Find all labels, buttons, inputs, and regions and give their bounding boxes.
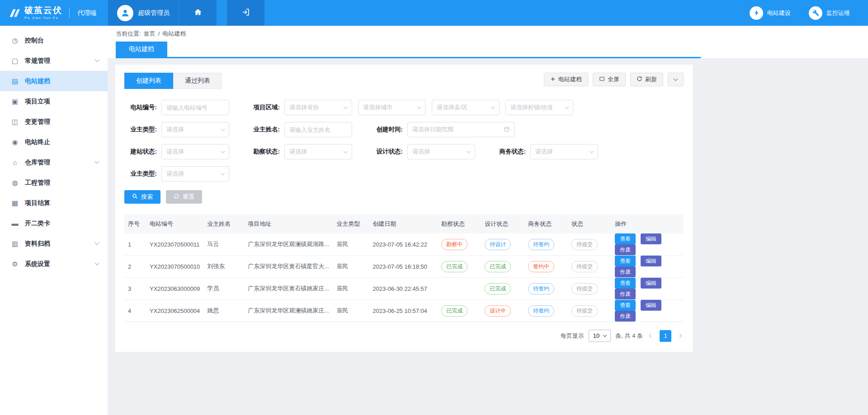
- home-button[interactable]: [179, 0, 217, 26]
- next-page-button[interactable]: [676, 334, 684, 337]
- nav-station-construction[interactable]: 电站建设: [750, 0, 791, 26]
- cell-seq: 1: [124, 233, 146, 256]
- cell-status: 待提交: [568, 233, 611, 256]
- edit-button[interactable]: 编辑: [641, 300, 661, 311]
- cell-created: 2023-06-25 10:57:04: [369, 300, 438, 322]
- breadcrumb-home[interactable]: 首页: [144, 30, 156, 38]
- per-page-value: 10: [593, 332, 599, 339]
- view-button[interactable]: 查看: [615, 233, 636, 244]
- owner-type-select[interactable]: 请选择: [161, 122, 229, 137]
- sidebar-item-station-termination[interactable]: ◉ 电站终止: [0, 132, 108, 152]
- filter-label: 商务状态:: [493, 148, 526, 156]
- page-1-button[interactable]: 1: [660, 330, 671, 342]
- search-button[interactable]: 搜索: [124, 190, 160, 204]
- edit-button[interactable]: 编辑: [641, 233, 661, 244]
- col-type: 业主类型: [333, 214, 369, 233]
- province-select[interactable]: 请选择省份: [284, 100, 352, 115]
- logout-button[interactable]: [226, 0, 264, 26]
- cell-status: 待提交: [568, 256, 611, 278]
- sidebar-item-project-settlement[interactable]: ▦ 项目结算: [0, 193, 108, 213]
- page-tab-strip: 电站建档: [108, 42, 868, 58]
- total-count-label: 条, 共 4 条: [615, 332, 643, 340]
- chevron-down-icon: [565, 104, 569, 109]
- cell-actions: 查看 编辑 作废: [611, 233, 684, 256]
- breadcrumb-separator: /: [158, 30, 160, 37]
- view-button[interactable]: 查看: [615, 300, 636, 311]
- design-status-select[interactable]: 请选择: [407, 144, 475, 159]
- chevron-down-icon: [491, 104, 495, 109]
- select-placeholder: 请选择: [412, 148, 430, 156]
- sidebar-item-station-filing[interactable]: ▤ 电站建档: [0, 71, 108, 91]
- sidebar-item-engineering-management[interactable]: ◍ 工程管理: [0, 173, 108, 193]
- view-button[interactable]: 查看: [615, 256, 636, 266]
- monitor-icon: ▢: [11, 57, 19, 65]
- sidebar-item-label: 系统设置: [25, 260, 90, 268]
- nav-monitor-operations[interactable]: 监控运维: [809, 0, 850, 26]
- chevron-down-icon: [344, 104, 348, 109]
- page-tab-station-filing[interactable]: 电站建档: [116, 42, 167, 57]
- breadcrumb: 当前位置: 首页 / 电站建档: [108, 26, 868, 42]
- sidebar-item-archive[interactable]: ▥ 资料归档: [0, 233, 108, 254]
- cell-survey: 已完成: [438, 256, 481, 278]
- reset-button[interactable]: 重置: [166, 190, 202, 204]
- filter-label: 创建时间:: [370, 126, 403, 134]
- tab-create-list[interactable]: 创建列表: [124, 73, 173, 89]
- cell-actions: 查看 编辑 作废: [611, 256, 684, 278]
- nav-label: 电站建设: [767, 9, 791, 17]
- sidebar-item-general-management[interactable]: ▢ 常规管理: [0, 51, 108, 71]
- sidebar-item-system-settings[interactable]: ⚙ 系统设置: [0, 254, 108, 274]
- refresh-button[interactable]: 刷新: [630, 73, 663, 86]
- warehouse-icon: ⌂: [11, 159, 19, 166]
- town-select[interactable]: 请选择村镇/街道: [505, 100, 573, 115]
- create-station-button[interactable]: 电站建档: [544, 73, 588, 86]
- date-range-picker[interactable]: 请选择日期范围: [407, 122, 515, 137]
- fullscreen-icon: [599, 76, 605, 83]
- city-select[interactable]: 请选择城市: [358, 100, 426, 115]
- per-page-select[interactable]: 10: [589, 330, 611, 342]
- business-status-select[interactable]: 请选择: [530, 144, 598, 159]
- sidebar-item-label: 项目结算: [25, 199, 99, 207]
- tab-passed-list[interactable]: 通过列表: [173, 73, 222, 89]
- void-button[interactable]: 作废: [615, 266, 636, 277]
- button-label: 搜索: [141, 193, 153, 201]
- survey-status-select[interactable]: 请选择: [284, 144, 352, 159]
- filter-owner-name: 业主姓名:: [247, 122, 352, 137]
- edit-button[interactable]: 编辑: [641, 256, 661, 266]
- filter-survey-status: 勘察状态: 请选择: [247, 144, 352, 159]
- cell-type: 居民: [333, 300, 369, 322]
- select-placeholder: 请选择城市: [363, 103, 392, 112]
- collapse-toolbar-button[interactable]: [668, 73, 684, 86]
- survey-status-badge: 已完成: [441, 305, 467, 317]
- sidebar-item-warehouse-management[interactable]: ⌂ 仓库管理: [0, 152, 108, 173]
- cell-type: 居民: [333, 233, 369, 256]
- owner-name-input[interactable]: [284, 122, 352, 137]
- sidebar-item-console[interactable]: ◷ 控制台: [0, 30, 108, 51]
- sidebar-item-label: 变更管理: [25, 118, 99, 126]
- void-button[interactable]: 作废: [615, 244, 636, 255]
- sidebar-item-card-opening[interactable]: ▬ 开二类卡: [0, 213, 108, 233]
- calculator-icon: ▦: [11, 199, 19, 207]
- cell-design: 已完成: [481, 278, 524, 300]
- cell-address: 广东深圳龙华区观澜镇姚家庄...: [244, 300, 333, 322]
- county-select[interactable]: 请选择县/区: [432, 100, 500, 115]
- cell-owner: 学员: [203, 278, 244, 300]
- view-button[interactable]: 查看: [615, 278, 636, 289]
- sidebar-item-label: 开二类卡: [25, 219, 99, 228]
- station-code-input[interactable]: [161, 100, 229, 115]
- void-button[interactable]: 作废: [615, 289, 636, 299]
- design-status-badge: 已完成: [485, 261, 511, 272]
- edit-button[interactable]: 编辑: [641, 278, 661, 289]
- user-menu[interactable]: 超级管理员: [108, 0, 179, 26]
- void-button[interactable]: 作废: [615, 311, 636, 322]
- filter-label: 设计状态:: [370, 148, 403, 156]
- per-page-label: 每页显示: [561, 332, 584, 340]
- sidebar-item-change-management[interactable]: ◫ 变更管理: [0, 112, 108, 132]
- stop-icon: ◉: [11, 138, 19, 146]
- sidebar-item-project-initiation[interactable]: ▣ 项目立项: [0, 91, 108, 112]
- page-body: ◷ 控制台 ▢ 常规管理 ▤ 电站建档 ▣ 项目立项 ◫ 变更管理 ◉: [0, 26, 868, 415]
- prev-page-button[interactable]: [647, 334, 655, 337]
- owner-type-2-select[interactable]: 请选择: [161, 166, 229, 182]
- filter-label: 项目区域:: [247, 103, 280, 112]
- fullscreen-button[interactable]: 全屏: [593, 73, 626, 86]
- build-status-select[interactable]: 请选择: [161, 144, 229, 159]
